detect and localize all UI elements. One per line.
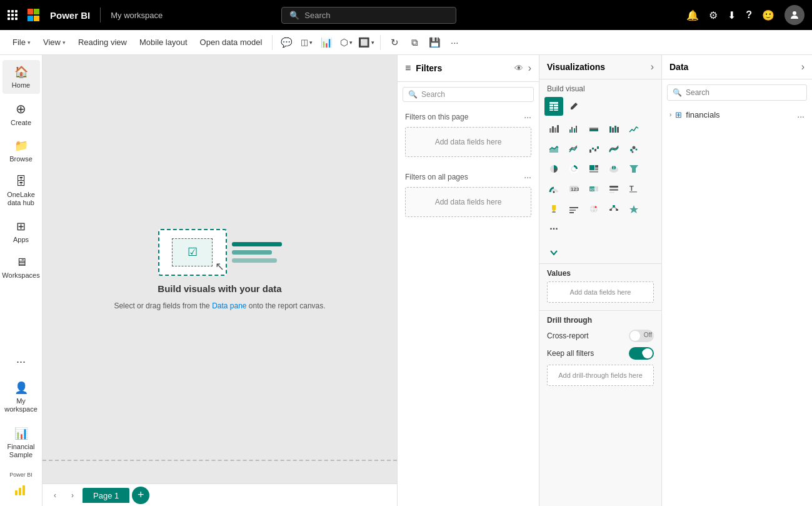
- data-panel-expand[interactable]: ›: [801, 61, 804, 73]
- toolbar-shape-icon[interactable]: ⬡▾: [338, 34, 355, 51]
- viz-icon-kpi[interactable]: KPI: [584, 180, 603, 198]
- viz-type-pen[interactable]: [564, 97, 583, 116]
- onelake-icon: 🗄: [16, 175, 27, 188]
- cross-report-toggle[interactable]: Off: [629, 330, 654, 342]
- home-icon: 🏠: [14, 65, 28, 79]
- menu-view[interactable]: View ▾: [38, 35, 71, 49]
- sidebar-item-my-workspace[interactable]: 👤 My workspace: [3, 376, 40, 418]
- viz-type-table[interactable]: [544, 97, 563, 116]
- page-nav-next[interactable]: ›: [65, 488, 80, 503]
- data-tree-financials[interactable]: › ⊞ financials ...: [662, 106, 812, 123]
- viz-icon-treemap[interactable]: [584, 159, 603, 178]
- svg-rect-58: [569, 207, 578, 208]
- svg-point-37: [572, 167, 576, 171]
- sidebar-item-workspaces[interactable]: 🖥 Workspaces: [3, 251, 40, 285]
- filters-on-all-more[interactable]: ···: [524, 172, 531, 182]
- sidebar-item-create[interactable]: ⊕ Create: [3, 96, 40, 131]
- viz-icon-area[interactable]: [544, 139, 563, 158]
- viz-icon-scatter[interactable]: [624, 139, 643, 158]
- add-page-button[interactable]: +: [132, 487, 149, 504]
- download-icon[interactable]: ⬇: [728, 9, 736, 21]
- svg-rect-6: [554, 104, 558, 106]
- filters-add-page-zone[interactable]: Add data fields here: [405, 127, 531, 157]
- sidebar-item-financial-sample[interactable]: 📊 Financial Sample: [3, 422, 40, 464]
- viz-icon-card[interactable]: 123: [564, 180, 583, 198]
- viz-icon-ai-visual[interactable]: [624, 200, 643, 218]
- sidebar-three-dots[interactable]: ···: [11, 350, 31, 373]
- viz-icon-text[interactable]: T: [624, 180, 643, 198]
- viz-icon-arrow[interactable]: [544, 243, 563, 262]
- page-nav-prev[interactable]: ‹: [48, 488, 63, 503]
- values-drop-zone[interactable]: Add data fields here: [547, 281, 654, 303]
- viz-icon-trophy[interactable]: [544, 200, 563, 218]
- viz-icon-map[interactable]: [604, 159, 623, 178]
- svg-rect-21: [589, 128, 598, 129]
- menu-open-data-model[interactable]: Open data model: [195, 35, 268, 49]
- viz-icon-stacked-bar[interactable]: [584, 119, 603, 138]
- keep-all-filters-toggle[interactable]: On: [629, 347, 654, 360]
- viz-icon-donut[interactable]: [564, 159, 583, 178]
- toolbar-duplicate-icon[interactable]: ⧉: [406, 34, 423, 51]
- canvas-content[interactable]: ☑ ↖ Build visuals with your data Select …: [43, 55, 397, 483]
- build-visual-label: Build visual: [539, 79, 661, 96]
- filters-eye-icon[interactable]: 👁: [514, 63, 523, 73]
- viz-icon-pie[interactable]: [544, 159, 563, 178]
- menu-mobile-layout[interactable]: Mobile layout: [134, 35, 193, 49]
- toolbar-button-icon[interactable]: 🔲▾: [358, 34, 375, 51]
- grid-icon[interactable]: [8, 10, 18, 20]
- toolbar-save-icon[interactable]: 💾: [426, 34, 443, 51]
- help-icon[interactable]: ?: [746, 9, 752, 21]
- powerbi-icon: [14, 482, 29, 498]
- data-search-box[interactable]: 🔍: [667, 84, 807, 101]
- workspace-label: My workspace: [111, 11, 163, 20]
- viz-icon-bar2[interactable]: [564, 200, 583, 218]
- viz-panel-expand[interactable]: ›: [651, 61, 654, 73]
- main-layout: 🏠 Home ⊕ Create 📁 Browse 🗄 OneLake data …: [0, 55, 812, 506]
- viz-icon-waterfall[interactable]: [584, 139, 603, 158]
- notification-icon[interactable]: 🔔: [686, 9, 699, 21]
- toolbar-copilot-icon[interactable]: ◫▾: [298, 34, 315, 51]
- viz-icon-globe[interactable]: [584, 200, 603, 218]
- viz-icon-grouped-bar[interactable]: [564, 119, 583, 138]
- sidebar-item-onelake[interactable]: 🗄 OneLake data hub: [3, 170, 40, 212]
- financials-more-icon[interactable]: ...: [797, 109, 804, 119]
- filters-expand-icon[interactable]: ›: [528, 63, 531, 74]
- data-search-input[interactable]: [686, 88, 801, 97]
- toolbar-more-icon[interactable]: ···: [446, 34, 463, 51]
- financial-sample-icon: 📊: [14, 427, 28, 440]
- svg-rect-16: [571, 127, 573, 133]
- toolbar-chat-icon[interactable]: 💬: [278, 34, 295, 51]
- viz-icon-decomp[interactable]: [604, 200, 623, 218]
- viz-icon-bar[interactable]: [544, 119, 563, 138]
- top-bar-divider: [100, 8, 101, 23]
- filters-on-page-more[interactable]: ···: [524, 112, 531, 122]
- drill-through-drop-zone[interactable]: Add drill-through fields here: [547, 365, 654, 386]
- viz-icon-100-bar[interactable]: [604, 119, 623, 138]
- values-section: Values Add data fields here: [539, 263, 661, 310]
- viz-icon-gauge[interactable]: [544, 180, 563, 198]
- viz-icon-ribbon[interactable]: [604, 139, 623, 158]
- toolbar-report-icon[interactable]: 📊: [318, 34, 335, 51]
- viz-icon-more[interactable]: ···: [544, 220, 563, 238]
- svg-rect-52: [609, 189, 618, 191]
- filters-search[interactable]: 🔍 Search: [403, 87, 534, 102]
- settings-icon[interactable]: ⚙: [709, 9, 718, 21]
- menu-file[interactable]: File ▾: [8, 35, 36, 49]
- sidebar-item-home[interactable]: 🏠 Home: [3, 60, 40, 94]
- viz-icon-slicer[interactable]: [604, 180, 623, 198]
- viz-icon-funnel[interactable]: [624, 159, 643, 178]
- viz-icon-line[interactable]: [624, 119, 643, 138]
- filters-add-all-zone[interactable]: Add data fields here: [405, 187, 531, 217]
- feedback-icon[interactable]: 🙂: [762, 9, 774, 21]
- avatar[interactable]: [784, 5, 804, 25]
- table-icon: ⊞: [675, 110, 682, 119]
- viz-icon-line-cluster[interactable]: [564, 139, 583, 158]
- page-tab-1[interactable]: Page 1: [83, 488, 129, 503]
- top-search-bar[interactable]: 🔍 Search: [281, 7, 456, 24]
- toolbar-refresh-icon[interactable]: ↻: [386, 34, 403, 51]
- menu-reading-view[interactable]: Reading view: [73, 35, 132, 49]
- sidebar-powerbi-label: Power BI: [9, 472, 33, 478]
- create-icon: ⊕: [16, 101, 26, 116]
- sidebar-item-browse[interactable]: 📁 Browse: [3, 134, 40, 168]
- sidebar-item-apps[interactable]: ⊞ Apps: [3, 215, 40, 248]
